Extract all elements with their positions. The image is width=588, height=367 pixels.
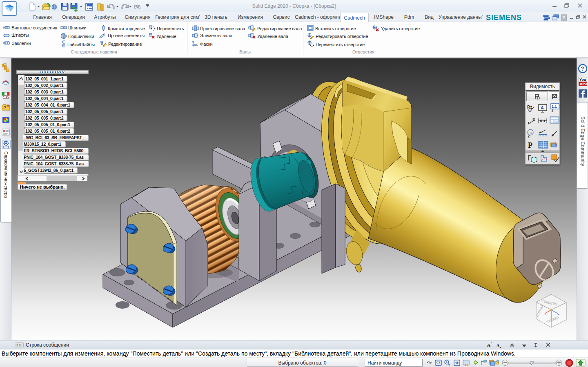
svg-text:A: A: [487, 342, 491, 348]
svg-text:You: You: [579, 78, 586, 82]
svg-text:Tube: Tube: [579, 82, 588, 86]
svg-text:A: A: [497, 343, 500, 348]
svg-text:?: ?: [562, 15, 565, 20]
svg-text:A: A: [541, 105, 544, 110]
svg-text:1.1: 1.1: [552, 105, 557, 109]
svg-text:Rz: Rz: [527, 105, 532, 109]
svg-text:?: ?: [581, 65, 584, 72]
svg-text:E: E: [532, 118, 535, 122]
svg-text:П.1: П.1: [529, 131, 533, 134]
svg-text:P: P: [528, 141, 532, 149]
